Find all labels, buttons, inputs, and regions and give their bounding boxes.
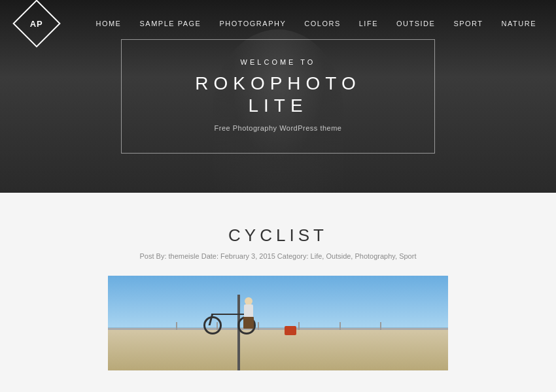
logo-text: AP bbox=[30, 19, 43, 29]
person-head bbox=[245, 297, 252, 305]
nav-item-nature[interactable]: NATURE bbox=[502, 20, 536, 27]
post-image bbox=[108, 276, 448, 370]
image-railing-post-5 bbox=[339, 322, 341, 330]
main-nav: HOMESAMPLE PAGEPHOTOGRAPHYCOLORSLIFEOUTS… bbox=[96, 20, 536, 27]
hero-welcome-text: WELCOME TO bbox=[161, 58, 395, 66]
image-bags bbox=[285, 326, 296, 335]
image-railing-post-4 bbox=[298, 322, 300, 330]
nav-item-photography[interactable]: PHOTOGRAPHY bbox=[219, 20, 286, 27]
image-railing bbox=[108, 328, 448, 330]
hero-title: ROKOPHOTO LITE bbox=[161, 73, 395, 116]
nav-item-colors[interactable]: COLORS bbox=[304, 20, 340, 27]
image-railing-post-3 bbox=[258, 322, 259, 330]
image-person bbox=[241, 297, 257, 330]
site-header: AP HOMESAMPLE PAGEPHOTOGRAPHYCOLORSLIFEO… bbox=[0, 0, 556, 47]
nav-item-sample-page[interactable]: SAMPLE PAGE bbox=[139, 20, 201, 27]
main-content: CYCLIST Post By: themeisle Date: Februar… bbox=[0, 193, 556, 392]
nav-item-life[interactable]: LIFE bbox=[359, 20, 378, 27]
image-ground bbox=[108, 328, 448, 370]
image-sky bbox=[108, 276, 448, 328]
nav-item-home[interactable]: HOME bbox=[96, 20, 121, 27]
image-railing-post-1 bbox=[176, 322, 177, 330]
nav-item-outside[interactable]: OUTSIDE bbox=[396, 20, 435, 27]
nav-item-sport[interactable]: SPORT bbox=[453, 20, 483, 27]
post-title[interactable]: CYCLIST bbox=[228, 225, 328, 246]
logo[interactable]: AP bbox=[12, 0, 61, 48]
post-meta: Post By: themeisle Date: February 3, 201… bbox=[140, 252, 417, 260]
hero-content-box: WELCOME TO ROKOPHOTO LITE Free Photograp… bbox=[121, 39, 435, 154]
image-railing-post-6 bbox=[380, 322, 381, 330]
hero-subtitle: Free Photography WordPress theme bbox=[161, 124, 395, 132]
person-legs bbox=[243, 317, 254, 329]
